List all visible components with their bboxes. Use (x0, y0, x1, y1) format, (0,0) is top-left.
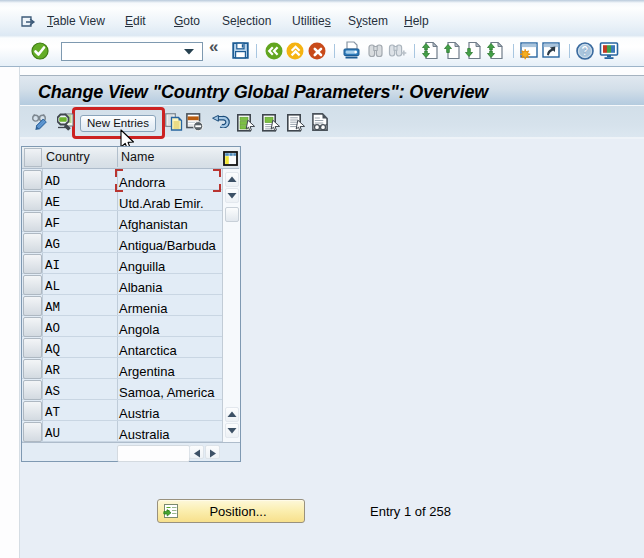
svg-text:?: ? (581, 44, 588, 58)
